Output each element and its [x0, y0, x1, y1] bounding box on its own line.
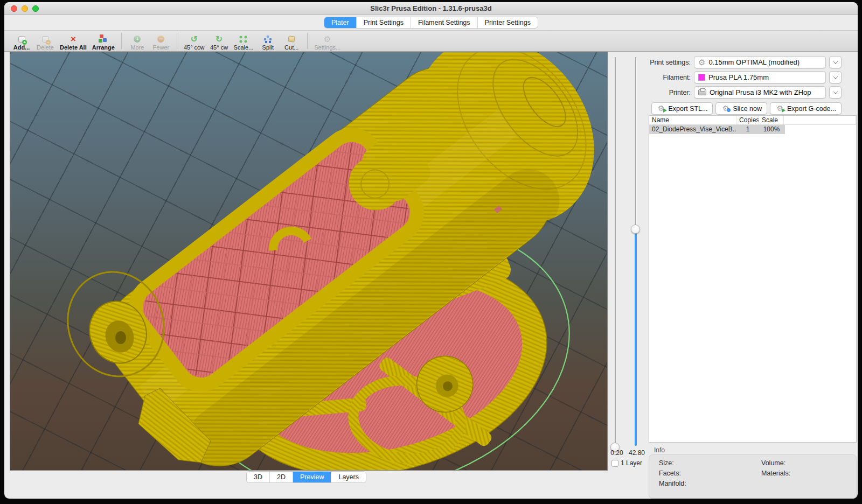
- rotate-cw-button[interactable]: ↻ 45° cw: [210, 31, 228, 51]
- split-button[interactable]: Split: [259, 31, 277, 51]
- settings-panel: Print settings: ⚙ 0.15mm OPTIMAL (modifi…: [646, 52, 857, 499]
- arrange-button[interactable]: Arrange: [92, 31, 115, 51]
- filament-label: Filament:: [649, 74, 691, 81]
- one-layer-control: 1 Layer: [611, 459, 642, 467]
- close-window-button[interactable]: [11, 5, 17, 12]
- print-settings-dropdown-button[interactable]: [829, 56, 842, 68]
- layer-slider-low-track[interactable]: [615, 57, 616, 446]
- info-section-title: Info: [654, 446, 665, 454]
- minimize-window-button[interactable]: [22, 5, 28, 12]
- object-name: 02_DiodePress_Vise_ViceB...: [649, 125, 736, 134]
- tab-row: Plater Print Settings Filament Settings …: [4, 15, 858, 30]
- toolbar-separator: [177, 33, 177, 49]
- delete-all-button[interactable]: × Delete All: [60, 31, 87, 51]
- gcode-preview-scene: [10, 52, 607, 470]
- view-mode-tabs: 3D 2D Preview Layers: [247, 472, 366, 482]
- cut-icon: [286, 34, 297, 44]
- export-gcode-icon: ⚙: [775, 104, 784, 113]
- layer-max-value: 42.80: [624, 449, 649, 457]
- column-copies[interactable]: Copies: [736, 116, 759, 124]
- delete-all-icon: ×: [68, 34, 79, 44]
- filament-select[interactable]: Prusa PLA 1.75mm: [694, 71, 826, 83]
- info-manifold-label: Manifold:: [659, 480, 761, 487]
- toolbar-separator: [121, 33, 122, 49]
- view-2d-button[interactable]: 2D: [269, 472, 293, 482]
- filament-color-swatch: [698, 74, 705, 81]
- zoom-window-button[interactable]: [32, 5, 39, 12]
- tab-plater[interactable]: Plater: [324, 17, 356, 28]
- arrange-icon: [98, 34, 109, 44]
- more-copies-button[interactable]: + More: [128, 31, 147, 51]
- column-name[interactable]: Name: [649, 116, 736, 124]
- tab-printer-settings[interactable]: Printer Settings: [477, 17, 538, 28]
- printer-label: Printer:: [649, 89, 691, 96]
- delete-object-icon: −: [40, 34, 51, 44]
- more-icon: +: [132, 34, 143, 44]
- chevron-down-icon: [833, 89, 837, 94]
- delete-button[interactable]: − Delete: [36, 31, 54, 51]
- printer-dropdown-button[interactable]: [829, 86, 842, 99]
- object-settings-button[interactable]: ⚙ Settings...: [314, 31, 340, 51]
- print-settings-value: 0.15mm OPTIMAL (modified): [708, 58, 800, 66]
- info-materials-label: Materials:: [761, 470, 856, 477]
- fewer-icon: −: [156, 34, 166, 44]
- tab-print-settings[interactable]: Print Settings: [356, 17, 411, 28]
- add-button[interactable]: + Add...: [12, 31, 31, 51]
- layer-slider-high-track[interactable]: [635, 57, 636, 446]
- gear-icon: ⚙: [698, 58, 705, 66]
- printer-icon: [698, 89, 706, 95]
- plater-toolbar: + Add... − Delete × Delete All Arrange +…: [4, 30, 858, 52]
- 3d-viewport[interactable]: [10, 52, 608, 471]
- add-object-icon: +: [16, 34, 27, 44]
- traffic-lights: [11, 5, 39, 12]
- info-facets-label: Facets:: [659, 470, 761, 477]
- view-3d-button[interactable]: 3D: [247, 472, 269, 482]
- object-row[interactable]: 02_DiodePress_Vise_ViceB... 1 100%: [649, 125, 856, 134]
- layer-slider-panel: 0.20 42.80 1 Layer: [608, 52, 647, 477]
- one-layer-checkbox[interactable]: [611, 460, 618, 467]
- tab-filament-settings[interactable]: Filament Settings: [411, 17, 477, 28]
- object-copies: 1: [736, 125, 759, 134]
- export-stl-icon: ⚙: [657, 104, 666, 113]
- scale-button[interactable]: Scale...: [234, 31, 254, 51]
- split-icon: [262, 34, 273, 44]
- toolbar-separator: [307, 33, 308, 49]
- layer-slider-high-handle[interactable]: [631, 225, 640, 234]
- info-volume-label: Volume:: [761, 459, 856, 467]
- column-scale[interactable]: Scale: [759, 116, 784, 124]
- window-title: Slic3r Prusa Edition - 1.31.6-prusa3d: [4, 2, 858, 15]
- info-size-label: Size:: [659, 459, 761, 467]
- info-box: Size: Volume: Facets: Materials: Manifol…: [649, 454, 857, 499]
- view-preview-button[interactable]: Preview: [293, 472, 331, 482]
- rotate-ccw-button[interactable]: ↺ 45° ccw: [184, 31, 205, 51]
- view-mode-bar: 3D 2D Preview Layers: [4, 472, 608, 482]
- filament-dropdown-button[interactable]: [829, 71, 842, 83]
- chevron-down-icon: [833, 59, 837, 64]
- gear-icon: ⚙: [322, 34, 333, 44]
- object-scale: 100%: [759, 125, 784, 134]
- printer-value: Original Prusa i3 MK2 with ZHop: [710, 88, 811, 96]
- rotate-ccw-icon: ↺: [189, 34, 199, 44]
- main-tabs: Plater Print Settings Filament Settings …: [324, 17, 538, 28]
- titlebar: Slic3r Prusa Edition - 1.31.6-prusa3d: [4, 2, 858, 15]
- printer-select[interactable]: Original Prusa i3 MK2 with ZHop: [694, 86, 826, 99]
- one-layer-label: 1 Layer: [621, 459, 642, 467]
- print-settings-label: Print settings:: [649, 59, 691, 66]
- chevron-down-icon: [833, 74, 837, 79]
- rotate-cw-icon: ↻: [214, 34, 225, 44]
- cut-button[interactable]: Cut...: [282, 31, 301, 51]
- object-list-header: Name Copies Scale: [649, 116, 856, 125]
- layer-slider-range-fill: [635, 229, 637, 446]
- filament-value: Prusa PLA 1.75mm: [708, 73, 769, 81]
- object-list: Name Copies Scale 02_DiodePress_Vise_Vic…: [649, 115, 857, 443]
- export-stl-button[interactable]: ⚙ Export STL...: [651, 102, 713, 115]
- slice-now-icon: ⚙: [721, 104, 730, 113]
- slice-now-button[interactable]: ⚙ Slice now: [715, 102, 767, 115]
- print-settings-select[interactable]: ⚙ 0.15mm OPTIMAL (modified): [694, 56, 826, 68]
- export-gcode-button[interactable]: ⚙ Export G-code...: [770, 102, 842, 115]
- app-window: Slic3r Prusa Edition - 1.31.6-prusa3d Pl…: [4, 2, 858, 499]
- scale-icon: [238, 34, 249, 44]
- view-layers-button[interactable]: Layers: [331, 472, 366, 482]
- fewer-copies-button[interactable]: − Fewer: [152, 31, 170, 51]
